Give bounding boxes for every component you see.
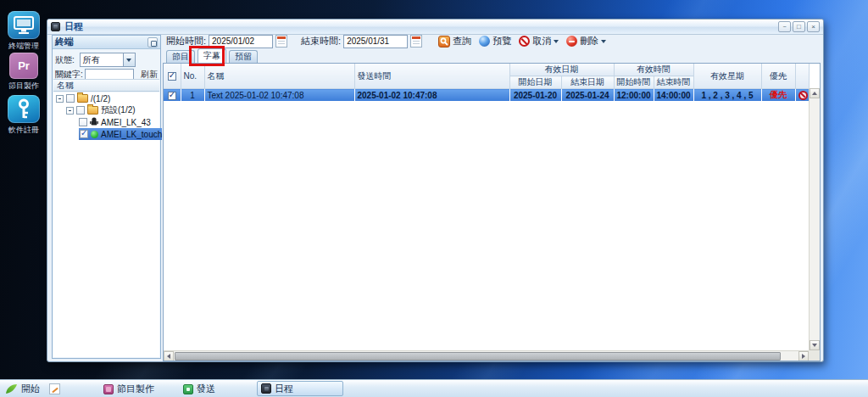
shortcut-terminal-management[interactable]: 終端管理 — [0, 11, 47, 52]
cell-end-date[interactable]: 2025-01-24 — [561, 89, 614, 102]
tree-item-amei-lk-touch[interactable]: AMEI_LK_touch — [53, 128, 159, 140]
end-time-label: 結束時間: — [301, 35, 341, 48]
preview-button[interactable]: 預覽 — [476, 34, 514, 48]
checkbox-checked-icon[interactable] — [168, 92, 176, 100]
tree-name-header[interactable]: 名稱 — [53, 79, 159, 92]
task-program-production[interactable]: 節目製作 — [103, 380, 154, 397]
tab-subtitle[interactable]: 字幕 — [198, 48, 226, 63]
tab-program[interactable]: 節目 — [166, 50, 195, 63]
arrow-left-icon — [167, 354, 170, 359]
panel-pin-icon[interactable] — [147, 37, 158, 48]
col-valid-time-group[interactable]: 有效時間 — [614, 64, 693, 76]
scrollbar-thumb[interactable] — [175, 352, 781, 361]
collapse-icon[interactable] — [66, 107, 74, 115]
task-send[interactable]: 發送 — [183, 380, 215, 397]
cell-noentry[interactable] — [795, 89, 809, 102]
col-start-date[interactable]: 開始日期 — [509, 76, 561, 89]
android-device-icon — [90, 117, 98, 128]
tree-checkbox[interactable] — [76, 106, 85, 115]
query-button[interactable]: 查詢 — [436, 34, 474, 48]
delete-button[interactable]: 刪除 — [564, 34, 609, 48]
tree-item-label: AMEI_LK_43 — [101, 118, 151, 127]
arrow-up-icon — [812, 92, 817, 95]
collapse-icon[interactable] — [56, 95, 64, 103]
task-label: 日程 — [275, 383, 293, 395]
calendar-icon[interactable] — [410, 35, 422, 48]
checkbox-checked-icon[interactable] — [168, 72, 176, 81]
terminal-tree: /(1/2) 預設(1/2) AMEI_LK_43 AMEI_LK_touch — [53, 92, 159, 357]
cell-week[interactable]: 1 , 2 , 3 , 4 , 5 — [693, 89, 761, 102]
delete-icon — [566, 36, 577, 47]
cell-priority[interactable]: 優先 — [761, 89, 795, 102]
shortcut-label: 終端管理 — [0, 41, 47, 52]
cell-start-time[interactable]: 12:00:00 — [614, 89, 654, 102]
select-all-header[interactable] — [164, 64, 181, 89]
cell-name[interactable]: Text 2025-01-02 10:47:08 — [204, 89, 354, 102]
col-end-time[interactable]: 結束時間 — [654, 76, 693, 89]
folder-icon — [87, 106, 98, 115]
minimize-button[interactable]: － — [778, 21, 791, 32]
tree-checkbox[interactable] — [66, 94, 75, 103]
tree-checkbox[interactable] — [80, 130, 88, 138]
arrow-right-icon — [802, 354, 805, 359]
close-button[interactable]: × — [807, 21, 820, 32]
leaf-icon — [5, 383, 18, 394]
tree-item-label: 預設(1/2) — [101, 104, 136, 116]
content-tabs: 節目 字幕 預留 — [166, 48, 821, 63]
shortcut-label: 軟件註冊 — [0, 125, 47, 136]
tree-checkbox[interactable] — [79, 118, 87, 126]
end-date-input[interactable]: 2025/01/31 — [343, 35, 408, 48]
scroll-up-button[interactable] — [810, 88, 820, 98]
schedule-window: 日程 － □ × 終端 狀態: 所有 關鍵字: 刷新 名稱 — [47, 19, 824, 362]
start-date-input[interactable]: 2025/01/02 — [209, 35, 273, 48]
dropdown-button[interactable] — [123, 53, 135, 66]
scroll-down-button[interactable] — [810, 340, 820, 350]
tree-item-amei-lk-43[interactable]: AMEI_LK_43 — [53, 116, 159, 128]
cancel-label: 取消 — [532, 35, 551, 48]
shortcut-program-production[interactable]: Pr 節目製作 — [0, 53, 47, 92]
cell-start-date[interactable]: 2025-01-20 — [509, 89, 561, 102]
shortcut-software-registration[interactable]: 軟件註冊 — [0, 95, 47, 136]
col-end-date[interactable]: 結束日期 — [561, 76, 614, 89]
cell-send-time[interactable]: 2025-01-02 10:47:08 — [354, 89, 509, 102]
start-button[interactable]: 開始 — [5, 380, 40, 397]
window-title: 日程 — [64, 20, 83, 33]
shortcut-label: 節目製作 — [0, 81, 47, 92]
tree-item-root[interactable]: /(1/2) — [53, 92, 159, 104]
col-no[interactable]: No. — [181, 64, 204, 89]
pr-icon-text: Pr — [18, 59, 30, 72]
scroll-left-button[interactable] — [164, 351, 174, 361]
window-titlebar[interactable]: 日程 － □ × — [47, 20, 823, 35]
start-label: 開始 — [21, 383, 40, 395]
horizontal-scrollbar[interactable] — [164, 350, 809, 361]
pr-icon: Pr — [9, 53, 38, 79]
col-start-time[interactable]: 開始時間 — [614, 76, 654, 89]
status-dropdown[interactable]: 所有 — [80, 53, 136, 67]
cell-end-time[interactable]: 14:00:00 — [654, 89, 693, 102]
send-icon — [183, 384, 193, 394]
col-week[interactable]: 有效星期 — [693, 64, 761, 89]
preview-label: 預覽 — [492, 35, 511, 48]
cell-no[interactable]: 1 — [181, 89, 204, 102]
col-send-time[interactable]: 發送時間 — [354, 64, 509, 89]
vertical-scrollbar[interactable] — [809, 88, 820, 350]
tab-reserved[interactable]: 預留 — [229, 50, 258, 63]
scrollbar-corner — [809, 350, 820, 361]
cancel-button[interactable]: 取消 — [516, 34, 561, 48]
task-schedule-active[interactable]: 日程 — [257, 381, 343, 396]
tree-item-default-group[interactable]: 預設(1/2) — [53, 104, 159, 116]
table-row[interactable]: 1 Text 2025-01-02 10:47:08 2025-01-02 10… — [164, 89, 809, 102]
col-priority[interactable]: 優先 — [761, 64, 795, 89]
cancel-icon — [519, 36, 530, 47]
col-name[interactable]: 名稱 — [204, 64, 354, 89]
cell-checkbox[interactable] — [164, 89, 181, 102]
scroll-right-button[interactable] — [798, 351, 809, 361]
tree-item-label: AMEI_LK_touch — [101, 130, 162, 139]
edit-icon[interactable] — [49, 383, 60, 394]
task-label: 發送 — [197, 383, 215, 395]
calendar-icon[interactable] — [275, 35, 287, 48]
maximize-button[interactable]: □ — [793, 21, 805, 32]
selected-tree-item[interactable]: AMEI_LK_touch — [79, 128, 162, 140]
col-valid-date-group[interactable]: 有效日期 — [509, 64, 614, 76]
delete-label: 刪除 — [580, 35, 598, 48]
